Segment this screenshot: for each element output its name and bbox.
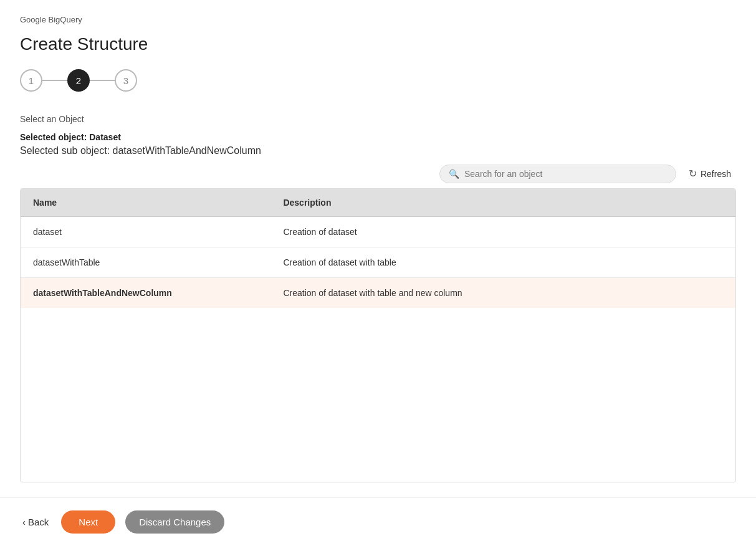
step-line-2 <box>90 80 115 81</box>
selected-sub-object-row: Selected sub object: datasetWithTableAnd… <box>20 145 736 156</box>
row-name: datasetWithTableAndNewColumn <box>21 278 270 309</box>
column-header-name: Name <box>21 189 270 217</box>
row-description: Creation of dataset with table and new c… <box>270 278 735 309</box>
info-rows: Selected object: Dataset Selected sub ob… <box>20 132 736 159</box>
table-row[interactable]: dataset Creation of dataset <box>21 217 735 247</box>
objects-table: Name Description dataset Creation of dat… <box>21 189 735 308</box>
search-refresh-row: 🔍 ↻ Refresh <box>20 164 736 183</box>
selected-object-info: Selected object: Dataset <box>20 132 736 143</box>
step-3[interactable]: 3 <box>115 69 137 92</box>
selected-object-label: Selected object: Dataset <box>20 132 121 142</box>
table-row-selected[interactable]: datasetWithTableAndNewColumn Creation of… <box>21 278 735 309</box>
breadcrumb[interactable]: Google BigQuery <box>20 15 736 24</box>
refresh-button[interactable]: ↻ Refresh <box>684 164 736 183</box>
section-label: Select an Object <box>20 114 736 124</box>
row-name: datasetWithTable <box>21 247 270 278</box>
search-icon: 🔍 <box>449 169 459 179</box>
step-1[interactable]: 1 <box>20 69 42 92</box>
step-2[interactable]: 2 <box>67 69 90 92</box>
search-box[interactable]: 🔍 <box>439 165 676 183</box>
table-wrapper: Name Description dataset Creation of dat… <box>20 188 736 482</box>
discard-button[interactable]: Discard Changes <box>125 510 224 534</box>
next-button[interactable]: Next <box>61 510 115 534</box>
row-description: Creation of dataset with table <box>270 247 735 278</box>
search-input[interactable] <box>464 169 667 179</box>
row-name: dataset <box>21 217 270 247</box>
back-chevron-icon: ‹ <box>22 517 26 527</box>
table-row[interactable]: datasetWithTable Creation of dataset wit… <box>21 247 735 278</box>
refresh-label: Refresh <box>701 169 731 179</box>
selected-sub-object-label: Selected sub object: datasetWithTableAnd… <box>20 145 261 156</box>
bottom-bar: ‹ Back Next Discard Changes <box>0 497 756 546</box>
step-line-1 <box>42 80 67 81</box>
back-label: Back <box>28 517 49 527</box>
refresh-icon: ↻ <box>689 168 697 180</box>
table-header-row: Name Description <box>21 189 735 217</box>
page-title: Create Structure <box>20 34 736 54</box>
column-header-description: Description <box>270 189 735 217</box>
back-button[interactable]: ‹ Back <box>20 512 51 532</box>
row-description: Creation of dataset <box>270 217 735 247</box>
stepper: 1 2 3 <box>20 69 736 92</box>
